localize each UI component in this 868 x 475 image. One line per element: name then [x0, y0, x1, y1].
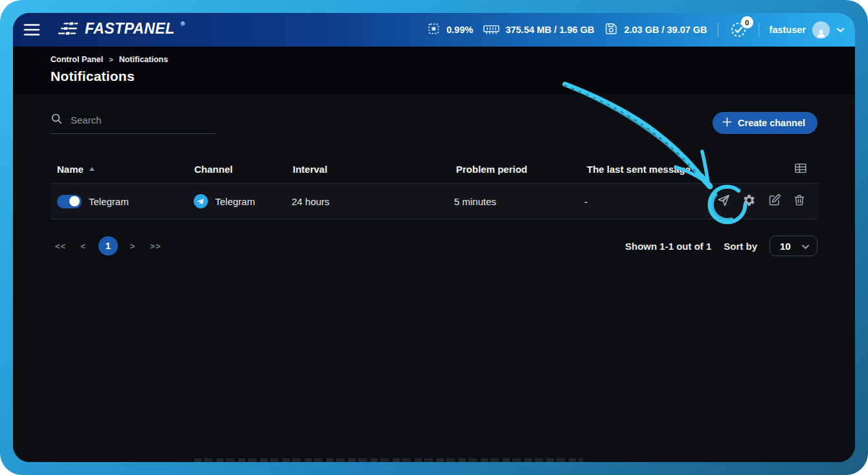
pagination: << < 1 > >> Shown 1-1 out of 1 Sort by 1… — [51, 232, 817, 260]
column-header-last-sent[interactable]: The last sent message — [580, 164, 713, 175]
logo-text: FASTPANEL — [85, 20, 175, 37]
table-header: Name Channel Interval Problem period The… — [51, 155, 817, 183]
breadcrumb-notifications[interactable]: Notifications — [119, 55, 168, 64]
column-settings-button[interactable] — [713, 162, 817, 177]
page-title: Notifications — [51, 69, 817, 84]
breadcrumb: Control Panel > Notifications — [51, 55, 817, 64]
pager: << < 1 > >> — [51, 236, 166, 256]
pagination-last-button[interactable]: >> — [145, 239, 165, 254]
send-icon — [716, 193, 731, 210]
username: fastuser — [770, 25, 806, 35]
page-header-band: Control Panel > Notifications Notificati… — [13, 47, 855, 94]
delete-channel-button[interactable] — [792, 193, 807, 209]
disk-value: 2.03 GB / 39.07 GB — [624, 25, 707, 35]
disk-icon — [604, 22, 618, 38]
device-frame: FASTPANEL ® 0.99% 375.54 MB / 1.96 GB — [0, 0, 868, 475]
search-icon — [51, 113, 63, 127]
cell-actions — [709, 193, 817, 209]
app-window: FASTPANEL ® 0.99% 375.54 MB / 1.96 GB — [13, 13, 855, 462]
column-header-name[interactable]: Name — [51, 164, 188, 175]
cell-name: Telegram — [51, 195, 187, 208]
sort-by-label: Sort by — [724, 241, 757, 252]
content: Create channel Name Channel Interval Pro… — [13, 94, 855, 462]
divider — [759, 23, 759, 37]
chevron-down-icon — [836, 25, 845, 35]
breadcrumb-control-panel[interactable]: Control Panel — [51, 55, 103, 64]
plus-icon — [722, 117, 732, 129]
send-test-message-button[interactable] — [716, 193, 731, 209]
pagination-first-button[interactable]: << — [51, 239, 71, 254]
fastpanel-logo[interactable]: FASTPANEL ® — [58, 20, 185, 39]
page-size-value: 10 — [780, 241, 791, 252]
hamburger-menu-icon[interactable] — [22, 20, 41, 39]
disk-stat: 2.03 GB / 39.07 GB — [604, 22, 707, 38]
breadcrumb-separator: > — [109, 56, 113, 63]
telegram-icon — [194, 194, 208, 208]
table-columns-icon — [794, 162, 807, 177]
notifications-table: Name Channel Interval Problem period The… — [51, 155, 817, 219]
user-menu[interactable]: fastuser — [770, 21, 845, 39]
search-input[interactable] — [71, 115, 216, 126]
gear-icon — [742, 193, 756, 209]
cell-channel: Telegram — [187, 194, 285, 208]
column-header-channel[interactable]: Channel — [188, 164, 286, 175]
cpu-value: 0.99% — [446, 25, 473, 35]
pagination-prev-button[interactable]: < — [76, 239, 91, 254]
cpu-stat: 0.99% — [427, 22, 473, 38]
tasks-count-badge: 0 — [741, 16, 753, 28]
avatar — [812, 21, 830, 39]
divider — [718, 23, 718, 37]
cpu-icon — [427, 22, 440, 38]
table-row: Telegram Telegram 24 hours 5 minutes - — [51, 183, 817, 219]
memory-value: 375.54 MB / 1.96 GB — [505, 25, 594, 35]
cell-last-sent: - — [578, 196, 709, 207]
search-box — [51, 113, 216, 134]
create-channel-label: Create channel — [738, 118, 805, 128]
pagination-next-button[interactable]: > — [126, 239, 141, 254]
equalizer-logo-icon — [58, 20, 79, 39]
pagination-page-1[interactable]: 1 — [98, 236, 118, 256]
channel-enabled-toggle[interactable] — [57, 195, 82, 208]
channel-settings-button[interactable] — [741, 193, 757, 209]
edit-icon — [768, 193, 781, 209]
channel-type: Telegram — [215, 196, 255, 207]
trash-icon — [793, 193, 806, 209]
create-channel-button[interactable]: Create channel — [713, 112, 817, 134]
tasks-icon[interactable]: 0 — [729, 20, 748, 39]
footer-clipped-text — [194, 458, 583, 462]
cell-problem-period: 5 minutes — [448, 196, 578, 207]
registered-mark: ® — [181, 21, 185, 27]
column-header-problem-period[interactable]: Problem period — [450, 164, 580, 175]
shown-count-text: Shown 1-1 out of 1 — [625, 241, 711, 252]
sort-asc-icon — [89, 167, 95, 171]
channel-name: Telegram — [89, 196, 129, 207]
page-size-select[interactable]: 10 — [770, 236, 817, 256]
ram-icon — [483, 23, 499, 38]
edit-channel-button[interactable] — [766, 193, 782, 209]
chevron-down-icon — [801, 241, 810, 252]
memory-stat: 375.54 MB / 1.96 GB — [483, 23, 594, 38]
toolbar: Create channel — [51, 112, 817, 134]
cell-interval: 24 hours — [285, 196, 448, 207]
column-header-interval[interactable]: Interval — [286, 164, 450, 175]
topbar: FASTPANEL ® 0.99% 375.54 MB / 1.96 GB — [13, 13, 855, 47]
